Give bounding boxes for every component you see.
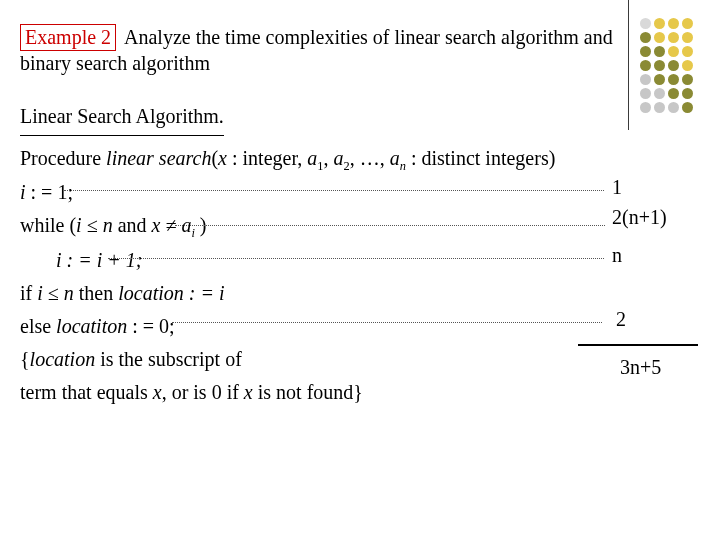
cost-annotation-2: 2(n+1) xyxy=(612,206,667,229)
slide-heading: Example 2 Analyze the time complexities … xyxy=(20,24,615,76)
dot-icon xyxy=(654,102,665,113)
leader-line-1 xyxy=(64,190,604,191)
dot-icon xyxy=(668,18,679,29)
l5b: locatiton xyxy=(56,315,127,337)
dot-icon xyxy=(640,32,651,43)
dot-icon xyxy=(640,88,651,99)
proc-a1: a xyxy=(307,147,317,169)
l6c: is the subscript of xyxy=(95,348,242,370)
dot-icon xyxy=(682,74,693,85)
cost-annotation-total: 3n+5 xyxy=(620,356,661,379)
l1b: : = 1; xyxy=(31,181,73,203)
leader-line-2 xyxy=(175,225,605,226)
l2c: and xyxy=(113,214,152,236)
dot-icon xyxy=(654,60,665,71)
dot-icon xyxy=(640,102,651,113)
l7b: x xyxy=(153,381,162,403)
algo-line-4: if i ≤ n then location : = i xyxy=(20,277,620,310)
dot-icon xyxy=(682,46,693,57)
proc-distinct: : distinct integers) xyxy=(406,147,555,169)
l3a: i : = i + 1; xyxy=(56,249,142,271)
dot-icon xyxy=(654,18,665,29)
cost-annotation-4: 2 xyxy=(616,308,626,331)
proc-an: a xyxy=(390,147,400,169)
algorithm-block: Linear Search Algorithm. Procedure linea… xyxy=(20,100,620,409)
dot-icon xyxy=(682,18,693,29)
dot-icon xyxy=(682,102,693,113)
cost-annotation-3: n xyxy=(612,244,622,267)
dot-icon xyxy=(640,18,651,29)
algo-line-2: while (i ≤ n and x ≠ ai ) xyxy=(20,209,620,243)
algo-line-1: i : = 1; xyxy=(20,176,620,209)
sum-divider xyxy=(578,344,698,346)
dot-icon xyxy=(668,46,679,57)
l5c: : = 0; xyxy=(127,315,174,337)
dot-icon xyxy=(668,32,679,43)
cost-annotation-1: 1 xyxy=(612,176,622,199)
dot-icon xyxy=(640,60,651,71)
l6b: location xyxy=(30,348,96,370)
dot-icon xyxy=(640,74,651,85)
l7c: , or is 0 if xyxy=(162,381,244,403)
algo-line-6: {location is the subscript of xyxy=(20,343,620,376)
procedure-line: Procedure linear search(x : integer, a1,… xyxy=(20,142,620,176)
l5a: else xyxy=(20,315,56,337)
proc-name: linear search xyxy=(106,147,211,169)
l7d: x xyxy=(244,381,253,403)
l4a: if xyxy=(20,282,37,304)
algorithm-title: Linear Search Algorithm. xyxy=(20,100,224,136)
l2b: i ≤ n xyxy=(76,214,113,236)
algo-line-3: i : = i + 1; xyxy=(20,244,620,277)
algo-line-7: term that equals x, or is 0 if x is not … xyxy=(20,376,620,409)
proc-int: : integer, xyxy=(227,147,307,169)
dot-icon xyxy=(654,46,665,57)
proc-prefix: Procedure xyxy=(20,147,106,169)
proc-dots: , …, xyxy=(350,147,390,169)
l6a: { xyxy=(20,348,30,370)
dot-icon xyxy=(654,74,665,85)
l1a: i xyxy=(20,181,26,203)
proc-c12: , xyxy=(324,147,334,169)
l2a: while ( xyxy=(20,214,76,236)
algo-line-5: else locatiton : = 0; xyxy=(20,310,620,343)
dot-icon xyxy=(668,60,679,71)
dot-icon xyxy=(668,88,679,99)
dot-icon xyxy=(682,60,693,71)
dot-icon xyxy=(668,102,679,113)
decorative-dot-grid xyxy=(640,18,693,113)
l7e: is not found} xyxy=(253,381,363,403)
leader-line-4 xyxy=(172,322,602,323)
proc-x: x xyxy=(218,147,227,169)
dot-icon xyxy=(682,32,693,43)
dot-icon xyxy=(682,88,693,99)
header-divider xyxy=(628,0,629,130)
leader-line-3 xyxy=(108,258,604,259)
l4c: then xyxy=(74,282,118,304)
dot-icon xyxy=(640,46,651,57)
dot-icon xyxy=(668,74,679,85)
proc-a2: a xyxy=(334,147,344,169)
l7a: term that equals xyxy=(20,381,153,403)
dot-icon xyxy=(654,88,665,99)
example-badge: Example 2 xyxy=(20,24,116,51)
l4b: i ≤ n xyxy=(37,282,74,304)
dot-icon xyxy=(654,32,665,43)
l4d: location : = i xyxy=(118,282,224,304)
